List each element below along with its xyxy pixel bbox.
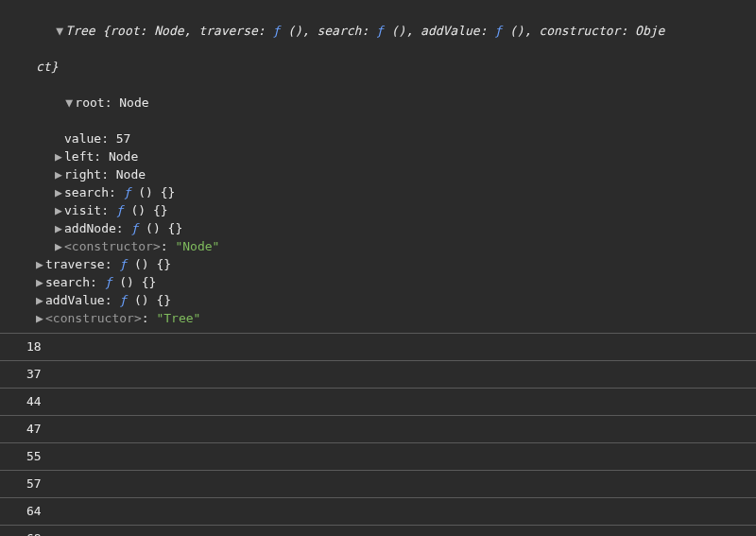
property-row[interactable]: ▶right: Node bbox=[0, 165, 756, 183]
console-log-row[interactable]: 64 bbox=[0, 497, 756, 525]
function-signature: () {} bbox=[130, 203, 167, 217]
function-signature: () {} bbox=[134, 257, 171, 271]
property-key: addNode bbox=[64, 221, 116, 235]
console-log-row[interactable]: 44 bbox=[0, 388, 756, 415]
function-keyword: ƒ bbox=[124, 185, 131, 199]
chevron-right-icon[interactable]: ▶ bbox=[36, 273, 45, 291]
object-summary-wrap: ct} bbox=[0, 58, 756, 76]
console-log-row[interactable]: 57 bbox=[0, 470, 756, 497]
function-keyword: ƒ bbox=[116, 203, 124, 217]
chevron-right-icon[interactable]: ▶ bbox=[55, 165, 64, 183]
property-key: addValue bbox=[45, 293, 105, 307]
function-keyword: ƒ bbox=[105, 275, 112, 289]
function-signature: () {} bbox=[119, 275, 156, 289]
function-keyword: ƒ bbox=[130, 221, 138, 235]
property-row[interactable]: value: 57 bbox=[0, 130, 756, 147]
console-panel: ▼Tree {root: Node, traverse: ƒ (), searc… bbox=[0, 0, 756, 536]
chevron-right-icon[interactable]: ▶ bbox=[36, 255, 45, 273]
property-value: Node bbox=[109, 149, 138, 164]
function-signature: () {} bbox=[146, 221, 182, 235]
property-key: <constructor> bbox=[64, 239, 161, 253]
console-log-row[interactable]: 37 bbox=[0, 360, 756, 388]
chevron-right-icon[interactable]: ▶ bbox=[36, 309, 45, 327]
property-row[interactable]: ▶left: Node bbox=[0, 147, 756, 165]
property-value: Node bbox=[119, 95, 148, 110]
console-log-row[interactable]: 68 bbox=[0, 525, 756, 536]
property-row[interactable]: ▶visit: ƒ () {} bbox=[0, 201, 756, 219]
object-summary: {root: Node, traverse: ƒ (), search: ƒ (… bbox=[95, 24, 665, 38]
property-row[interactable]: ▶<constructor>: "Node" bbox=[0, 237, 756, 255]
console-log-row[interactable]: 55 bbox=[0, 442, 756, 470]
function-signature: () {} bbox=[134, 293, 171, 307]
console-log-list: 18374447555764687376 bbox=[0, 333, 756, 536]
property-value: Node bbox=[116, 167, 146, 182]
property-key: right bbox=[64, 167, 101, 182]
property-row-root[interactable]: ▼root: Node bbox=[0, 76, 756, 130]
object-summary-row[interactable]: ▼Tree {root: Node, traverse: ƒ (), searc… bbox=[0, 4, 756, 58]
chevron-right-icon[interactable]: ▶ bbox=[36, 291, 45, 309]
property-key: value bbox=[64, 131, 101, 146]
chevron-right-icon[interactable]: ▶ bbox=[55, 201, 64, 219]
property-value: "Node" bbox=[175, 239, 219, 253]
chevron-right-icon[interactable]: ▶ bbox=[55, 183, 64, 201]
function-signature: () {} bbox=[138, 185, 175, 199]
property-row[interactable]: ▶search: ƒ () {} bbox=[0, 183, 756, 201]
property-value: 57 bbox=[116, 131, 131, 146]
property-row[interactable]: ▶addNode: ƒ () {} bbox=[0, 219, 756, 237]
function-keyword: ƒ bbox=[119, 293, 127, 307]
property-key: root bbox=[75, 95, 104, 110]
chevron-right-icon[interactable]: ▶ bbox=[55, 147, 64, 165]
property-value: "Tree" bbox=[156, 311, 200, 325]
property-key: left bbox=[64, 149, 94, 164]
property-key: search bbox=[45, 275, 90, 289]
property-key: visit bbox=[64, 203, 101, 217]
function-keyword: ƒ bbox=[119, 257, 127, 271]
property-key: search bbox=[64, 185, 109, 199]
spacer bbox=[55, 130, 64, 147]
chevron-down-icon[interactable]: ▼ bbox=[65, 94, 75, 112]
chevron-right-icon[interactable]: ▶ bbox=[55, 219, 64, 237]
console-log-row[interactable]: 47 bbox=[0, 415, 756, 442]
chevron-down-icon[interactable]: ▼ bbox=[56, 22, 65, 40]
class-name: Tree bbox=[65, 24, 94, 38]
property-row[interactable]: ▶addValue: ƒ () {} bbox=[0, 291, 756, 309]
property-row[interactable]: ▶<constructor>: "Tree" bbox=[0, 309, 756, 327]
property-key: traverse bbox=[45, 257, 105, 271]
console-log-row[interactable]: 18 bbox=[0, 333, 756, 360]
property-key: <constructor> bbox=[45, 311, 142, 325]
property-row[interactable]: ▶traverse: ƒ () {} bbox=[0, 255, 756, 273]
property-row[interactable]: ▶search: ƒ () {} bbox=[0, 273, 756, 291]
chevron-right-icon[interactable]: ▶ bbox=[55, 237, 64, 255]
